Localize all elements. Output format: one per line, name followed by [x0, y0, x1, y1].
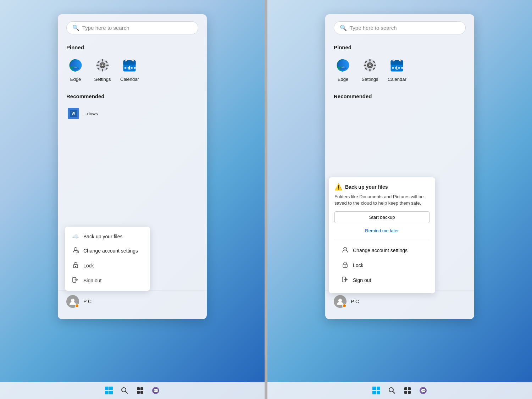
- svg-rect-72: [404, 387, 407, 390]
- calendar-app-icon: 1: [120, 56, 139, 74]
- menu-signout-label: Sign out: [83, 278, 101, 283]
- rec-text: ...dows: [83, 111, 98, 116]
- calendar-label: Calendar: [120, 77, 139, 82]
- left-pinned-label: Pinned: [66, 44, 198, 50]
- svg-point-70: [338, 299, 342, 302]
- svg-point-34: [122, 388, 126, 392]
- right-user-avatar: [334, 295, 347, 308]
- right-signout-icon: [342, 276, 349, 284]
- right-search-placeholder: Type here to search: [350, 25, 397, 31]
- lock-icon: [72, 262, 79, 270]
- svg-rect-62: [392, 67, 394, 68]
- right-user-name: P C: [351, 299, 359, 304]
- svg-rect-24: [134, 67, 136, 68]
- svg-rect-60: [400, 59, 401, 62]
- backup-header: ⚠️ Back up your files: [334, 183, 430, 191]
- menu-signout[interactable]: Sign out: [65, 273, 150, 288]
- backup-icon: ☁️: [72, 233, 79, 240]
- left-recommended-item[interactable]: W ...dows: [66, 105, 198, 122]
- left-context-menu: ☁️ Back up your files ⚙ Change account s…: [65, 227, 150, 291]
- svg-rect-74: [404, 391, 407, 394]
- right-menu-account[interactable]: Change account settings: [334, 243, 430, 258]
- svg-text:💬: 💬: [421, 388, 426, 393]
- app-edge[interactable]: Edge: [66, 56, 85, 82]
- svg-rect-73: [408, 387, 411, 390]
- right-task-view-button[interactable]: [401, 384, 414, 397]
- right-account-icon: [342, 246, 349, 254]
- svg-rect-56: [391, 63, 403, 65]
- right-search-icon: 🔍: [340, 24, 347, 31]
- right-menu-lock-label: Lock: [353, 262, 364, 268]
- right-chat-button[interactable]: 💬: [417, 384, 430, 397]
- right-user-badge: [342, 304, 347, 308]
- right-app-calendar[interactable]: 1 Calendar: [388, 56, 406, 82]
- menu-backup[interactable]: ☁️ Back up your files: [65, 229, 150, 243]
- left-taskbar: 💬: [0, 382, 265, 399]
- menu-lock[interactable]: Lock: [65, 258, 150, 273]
- remind-later-button[interactable]: Remind me later: [334, 226, 430, 235]
- svg-rect-37: [137, 391, 140, 394]
- left-task-view-button[interactable]: [134, 384, 146, 397]
- left-user-bar[interactable]: P C: [58, 290, 207, 312]
- left-chat-button[interactable]: 💬: [149, 384, 162, 397]
- left-user-avatar: [66, 295, 79, 308]
- right-user-bar[interactable]: P C: [325, 290, 474, 312]
- svg-rect-19: [133, 59, 134, 62]
- svg-rect-15: [123, 63, 136, 65]
- svg-rect-65: [401, 67, 403, 68]
- left-panel: 🔍 Type here to search Pinned: [0, 0, 265, 399]
- svg-point-27: [74, 248, 77, 250]
- right-pinned-apps: Edge: [334, 56, 466, 82]
- right-windows-icon: [372, 387, 380, 394]
- svg-rect-3: [102, 59, 103, 62]
- right-taskbar: 💬: [267, 382, 532, 399]
- right-app-settings[interactable]: Settings: [361, 56, 379, 82]
- svg-rect-44: [369, 59, 371, 62]
- svg-text:💬: 💬: [153, 388, 159, 393]
- left-start-button[interactable]: [102, 384, 115, 397]
- app-calendar[interactable]: 1 Calendar: [120, 56, 139, 82]
- right-menu-lock[interactable]: Lock: [334, 258, 430, 273]
- right-edge-label: Edge: [338, 77, 348, 82]
- right-search-bar[interactable]: 🔍 Type here to search: [334, 21, 466, 34]
- right-app-edge[interactable]: Edge: [334, 56, 352, 82]
- app-settings[interactable]: Settings: [93, 56, 112, 82]
- right-lock-icon: [342, 261, 349, 269]
- svg-point-71: [389, 388, 393, 392]
- svg-point-53: [369, 64, 371, 66]
- right-recommended-label: Recommended: [334, 93, 466, 99]
- svg-rect-6: [106, 65, 109, 66]
- right-calendar-icon: 1: [388, 56, 406, 74]
- right-menu-signout-label: Sign out: [353, 277, 371, 283]
- svg-point-0: [72, 67, 79, 70]
- start-backup-button[interactable]: Start backup: [334, 211, 430, 223]
- rec-icon: W: [68, 108, 79, 119]
- right-pinned-label: Pinned: [334, 44, 466, 50]
- edge-label: Edge: [70, 77, 81, 82]
- left-search-bar[interactable]: 🔍 Type here to search: [66, 21, 198, 34]
- left-search-button[interactable]: [118, 384, 131, 397]
- svg-text:W: W: [72, 112, 75, 116]
- right-search-button[interactable]: [386, 384, 398, 397]
- svg-text:⚙: ⚙: [77, 251, 78, 253]
- svg-rect-36: [140, 387, 143, 390]
- right-edge-icon: [334, 56, 352, 74]
- svg-point-41: [339, 67, 347, 70]
- right-menu-signout[interactable]: Sign out: [334, 273, 430, 288]
- menu-account-label: Change account settings: [83, 248, 138, 254]
- svg-rect-45: [369, 69, 371, 72]
- right-menu-account-label: Change account settings: [353, 248, 408, 253]
- svg-point-66: [344, 247, 347, 250]
- backup-title: Back up your files: [345, 184, 388, 190]
- menu-account[interactable]: ⚙ Change account settings: [65, 243, 150, 258]
- right-start-button[interactable]: [370, 384, 383, 397]
- right-settings-label: Settings: [362, 77, 378, 82]
- account-icon: ⚙: [72, 247, 79, 255]
- svg-point-68: [345, 266, 346, 267]
- svg-rect-64: [398, 67, 400, 68]
- left-search-placeholder: Type here to search: [82, 25, 129, 31]
- right-panel: 🔍 Type here to search Pinned: [267, 0, 532, 399]
- svg-rect-47: [374, 65, 376, 66]
- left-pinned-apps: Edge: [66, 56, 198, 82]
- backup-notification-card: ⚠️ Back up your files Folders like Docum…: [329, 177, 435, 293]
